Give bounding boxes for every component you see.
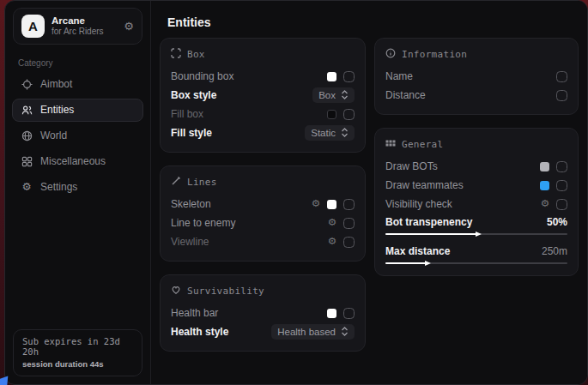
information-panel: Information Name Distance [374,38,579,115]
fill-box-checkbox[interactable] [343,109,355,120]
gear-icon: ⚙ [21,181,33,193]
gear-icon[interactable]: ⚙ [328,218,336,228]
globe-icon [21,129,33,141]
bounding-box-row: Bounding box [171,67,355,86]
gear-icon[interactable]: ⚙ [328,237,336,247]
max-distance-slider[interactable] [385,262,567,264]
category-label: Category [18,58,150,68]
row-label: Skeleton [171,198,211,210]
chevrons-up-down-icon [341,90,349,101]
sidebar: A Arcane for Arc Riders ⚙ Category Aimbo… [5,1,151,384]
panel-title: Survivability [187,286,264,297]
panel-title: Lines [187,177,217,188]
bot-transparency-slider[interactable] [385,233,567,235]
distance-row: Distance [385,86,567,105]
gear-icon[interactable]: ⚙ [541,199,549,209]
max-distance-value: 250m [542,245,567,257]
slider-handle[interactable] [476,232,482,237]
row-label: Draw BOTs [385,160,438,172]
row-label: Fill style [171,127,212,139]
fill-box-row: Fill box [171,105,355,123]
users-icon [21,104,33,116]
health-style-dropdown[interactable]: Health based [271,324,355,340]
distance-checkbox[interactable] [556,90,567,101]
heart-icon [171,285,181,298]
sidebar-item-label: Miscellaneous [40,155,106,167]
color-swatch[interactable] [540,181,549,190]
box-style-dropdown[interactable]: Box [312,87,355,103]
sidebar-item-world[interactable]: World [12,124,143,147]
sub-expiry-text: Sub expires in 23d 20h [22,336,133,357]
gear-icon[interactable]: ⚙ [312,199,320,209]
sidebar-nav: Aimbot Entities World Miscellaneous [5,71,150,200]
slider-handle[interactable] [425,261,431,266]
color-swatch[interactable] [327,200,336,209]
viewline-checkbox[interactable] [343,237,355,248]
box-corners-icon [171,48,181,61]
name-checkbox[interactable] [556,71,567,82]
color-swatch[interactable] [327,110,336,119]
color-swatch[interactable] [327,309,336,318]
row-label: Name [385,70,413,82]
color-swatch[interactable] [540,162,549,171]
draw-bots-checkbox[interactable] [556,161,567,172]
row-label: Health bar [171,307,218,319]
info-icon [385,48,396,61]
sidebar-item-label: Settings [40,181,77,193]
row-label: Draw teammates [385,179,464,191]
chevrons-up-down-icon [341,128,349,139]
panel-title: Box [187,49,205,60]
subscription-status-card: Sub expires in 23d 20h session duration … [13,329,142,376]
bounding-box-checkbox[interactable] [343,71,355,82]
draw-teammates-row: Draw teammates [385,176,567,195]
max-distance-row: Max distance 250m [385,243,567,259]
grid-icon [21,155,33,167]
row-label: Visibility check [385,198,452,210]
brand-name: Arcane [52,15,117,27]
diagonal-line-icon [171,176,181,189]
box-style-row: Box style Box [171,86,355,105]
panel-title: General [402,139,443,150]
session-duration-text: session duration 44s [22,359,133,369]
sidebar-item-label: Aimbot [40,78,72,90]
sidebar-item-label: Entities [40,104,74,116]
general-panel: General Draw BOTs Draw teammates [374,128,579,276]
sidebar-item-entities[interactable]: Entities [12,99,143,122]
brand-logo: A [21,15,45,38]
draw-bots-row: Draw BOTs [385,157,567,176]
row-label: Bot transpenency [385,216,472,228]
row-label: Line to enemy [171,217,235,229]
brand-subtitle: for Arc Riders [52,27,117,38]
row-label: Max distance [385,245,450,257]
health-bar-checkbox[interactable] [343,308,355,319]
skeleton-row: Skeleton ⚙ [171,195,355,214]
row-label: Distance [385,89,426,101]
sidebar-item-miscellaneous[interactable]: Miscellaneous [12,150,143,173]
line-to-enemy-row: Line to enemy ⚙ [171,214,355,232]
lines-panel: Lines Skeleton ⚙ Line to enemy ⚙ [160,165,366,262]
health-style-row: Health style Health based [171,322,355,341]
color-swatch[interactable] [327,72,336,81]
box-panel: Box Bounding box Box style Box [160,38,366,153]
sidebar-item-label: World [40,129,67,141]
brand-card: A Arcane for Arc Riders ⚙ [13,8,142,45]
draw-teammates-checkbox[interactable] [556,180,567,191]
chevrons-up-down-icon [341,327,349,338]
arcane-menu-window: A Arcane for Arc Riders ⚙ Category Aimbo… [4,0,588,385]
bot-transparency-row: Bot transpenency 50% [385,214,567,230]
name-row: Name [385,67,567,86]
fill-style-dropdown[interactable]: Static [305,125,355,141]
sidebar-item-aimbot[interactable]: Aimbot [12,73,143,96]
row-label: Viewline [171,236,209,248]
survivability-panel: Survivability Health bar Health style He… [160,274,366,352]
sidebar-item-settings[interactable]: ⚙ Settings [12,176,143,199]
row-label: Bounding box [171,70,233,82]
gear-icon[interactable]: ⚙ [124,20,134,33]
viewline-row: Viewline ⚙ [171,232,355,251]
main-content: Entities Box Bounding box [151,1,587,384]
crosshair-icon [21,78,33,90]
row-label: Health style [171,326,228,338]
line-to-enemy-checkbox[interactable] [343,218,355,229]
visibility-check-checkbox[interactable] [556,199,567,210]
skeleton-checkbox[interactable] [343,199,355,210]
